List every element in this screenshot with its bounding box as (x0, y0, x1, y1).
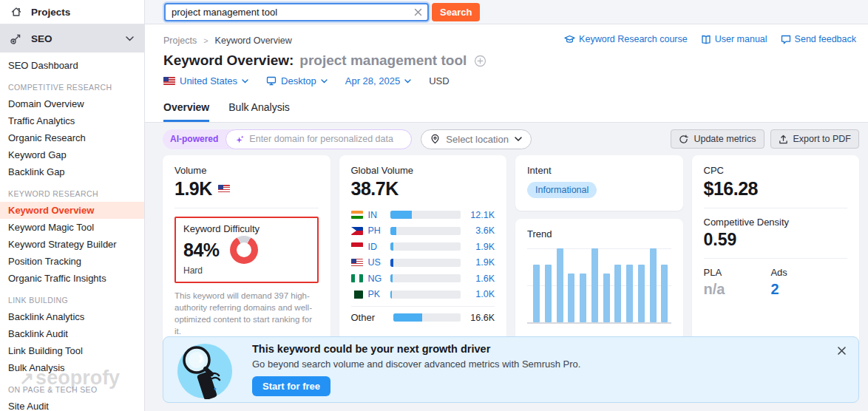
sidebar-item-organic-traffic-insights[interactable]: Organic Traffic Insights (0, 270, 144, 287)
sidebar-item-position-tracking[interactable]: Position Tracking (0, 253, 144, 270)
page-header: Projects > Keyword Overview Keyword Rese… (145, 24, 868, 123)
sidebar-item-seo-dashboard[interactable]: SEO Dashboard (0, 57, 144, 74)
close-banner-icon[interactable] (837, 346, 847, 356)
graduation-cap-icon (564, 35, 575, 44)
intent-badge[interactable]: Informational (527, 182, 597, 198)
sidebar-item-backlink-gap[interactable]: Backlink Gap (0, 163, 144, 180)
sidebar-section-seo[interactable]: SEO (0, 24, 144, 52)
country-volume-value: 1.9K (467, 257, 495, 268)
sparkle-icon (235, 135, 245, 144)
domain-input-box (226, 129, 412, 149)
sidebar-projects-label: Projects (31, 7, 70, 18)
competitive-density-label: Competitive Density (704, 217, 848, 228)
volume-value: 1.9K (174, 178, 212, 200)
sidebar-item-organic-research[interactable]: Organic Research (0, 129, 144, 146)
country-volume-bar (390, 259, 461, 267)
keyword-research-course-link[interactable]: Keyword Research course (564, 34, 688, 44)
country-volume-bar (390, 211, 461, 219)
trend-bar (626, 265, 633, 322)
country-code[interactable]: PH (368, 225, 387, 236)
main-content: AI-powered Select location Update metric… (145, 123, 868, 411)
sidebar-item-projects[interactable]: Projects (0, 0, 144, 24)
ads-block: Ads 2 (770, 267, 787, 298)
country-filter[interactable]: United States (163, 75, 248, 86)
search-button[interactable]: Search (432, 3, 480, 21)
date-filter[interactable]: Apr 28, 2025 (345, 75, 411, 86)
country-code[interactable]: IN (368, 210, 387, 220)
header-links: Keyword Research course User manual Send… (564, 34, 856, 44)
sidebar-section-link-building: LINK BUILDING (0, 292, 144, 308)
sidebar-item-traffic-analytics[interactable]: Traffic Analytics (0, 112, 144, 129)
country-code[interactable]: ID (368, 242, 387, 252)
cpc-label: CPC (704, 165, 848, 176)
kd-percent: 84% (183, 240, 220, 261)
kd-donut-chart (230, 236, 258, 264)
tab-overview[interactable]: Overview (163, 101, 209, 122)
sidebar-item-backlink-analytics[interactable]: Backlink Analytics (0, 308, 144, 325)
global-volume-label: Global Volume (351, 165, 495, 176)
breadcrumb-projects[interactable]: Projects (163, 35, 197, 46)
kd-note: This keyword will demand 397 high-author… (174, 290, 319, 337)
us-flag-icon (218, 185, 230, 193)
device-filter[interactable]: Desktop (266, 75, 328, 86)
start-for-free-button[interactable]: Start for free (252, 376, 330, 396)
page-title-label: Keyword Overview: (163, 52, 294, 69)
trend-bar (661, 265, 668, 322)
sidebar-item-keyword-strategy-builder[interactable]: Keyword Strategy Builder (0, 236, 144, 253)
sidebar-seo-label: SEO (31, 33, 52, 44)
ai-domain-group: AI-powered (163, 129, 412, 149)
country-code[interactable]: US (368, 257, 387, 268)
chevron-down-icon (126, 36, 134, 41)
kd-label: Keyword Difficulty (183, 223, 310, 234)
trend-label: Trend (527, 228, 671, 240)
pk-flag-icon (351, 291, 363, 299)
sidebar-section-on-page-tech-seo: ON PAGE & TECH SEO (0, 381, 144, 398)
breadcrumb: Projects > Keyword Overview (163, 35, 292, 46)
sidebar-item-site-audit[interactable]: Site Audit (0, 398, 144, 411)
other-label: Other (351, 312, 390, 323)
select-location-dropdown[interactable]: Select location (421, 129, 532, 149)
trend-bar (533, 265, 540, 322)
sidebar-item-backlink-audit[interactable]: Backlink Audit (0, 325, 144, 342)
competitive-density-value: 0.59 (704, 230, 848, 250)
ads-value[interactable]: 2 (770, 281, 787, 298)
ai-powered-badge: AI-powered (163, 134, 226, 144)
toolbar-actions: Update metrics Export to PDF (671, 129, 859, 149)
keyword-search-box (164, 3, 429, 21)
update-metrics-button[interactable]: Update metrics (671, 129, 764, 149)
country-volume-row-in: IN12.1K (351, 207, 495, 223)
export-to-pdf-button[interactable]: Export to PDF (770, 129, 860, 149)
trend-bar (557, 248, 563, 322)
clear-search-icon[interactable] (414, 8, 422, 16)
global-volume-card: Global Volume 38.7K IN12.1KPH3.6KID1.9KU… (339, 155, 507, 347)
sidebar-item-keyword-overview[interactable]: Keyword Overview (0, 202, 144, 219)
breadcrumb-current: Keyword Overview (215, 35, 292, 46)
trend-bar-chart (527, 248, 671, 324)
sidebar-item-link-building-tool[interactable]: Link Building Tool (0, 342, 144, 359)
trend-bar (545, 265, 552, 322)
sidebar-item-keyword-gap[interactable]: Keyword Gap (0, 146, 144, 163)
country-volume-value: 1.6K (467, 274, 495, 284)
user-manual-link[interactable]: User manual (701, 34, 767, 44)
send-feedback-link[interactable]: Send feedback (781, 34, 856, 44)
trend-bar (638, 265, 645, 322)
domain-input[interactable] (249, 134, 402, 144)
chevron-down-icon (515, 137, 522, 141)
intent-label: Intent (527, 165, 671, 176)
country-volume-value: 1.0K (467, 289, 495, 299)
country-volume-value: 12.1K (467, 210, 495, 220)
ph-flag-icon (351, 227, 363, 235)
refresh-icon (679, 135, 688, 144)
keyword-search-input[interactable] (166, 7, 427, 18)
cpc-card: CPC $16.28 Competitive Density 0.59 PLA … (692, 155, 860, 347)
tab-bulk-analysis[interactable]: Bulk Analysis (228, 101, 289, 122)
country-code[interactable]: PK (368, 289, 387, 299)
country-volume-row-pk: PK1.0K (351, 287, 495, 303)
intent-card: Intent Informational (515, 155, 683, 211)
country-code[interactable]: NG (368, 274, 387, 284)
add-keyword-icon[interactable] (474, 55, 486, 67)
sidebar-item-domain-overview[interactable]: Domain Overview (0, 95, 144, 112)
sidebar-item-keyword-magic-tool[interactable]: Keyword Magic Tool (0, 219, 144, 236)
sidebar-item-bulk-analysis[interactable]: Bulk Analysis (0, 359, 144, 376)
trend-bar (591, 248, 598, 322)
